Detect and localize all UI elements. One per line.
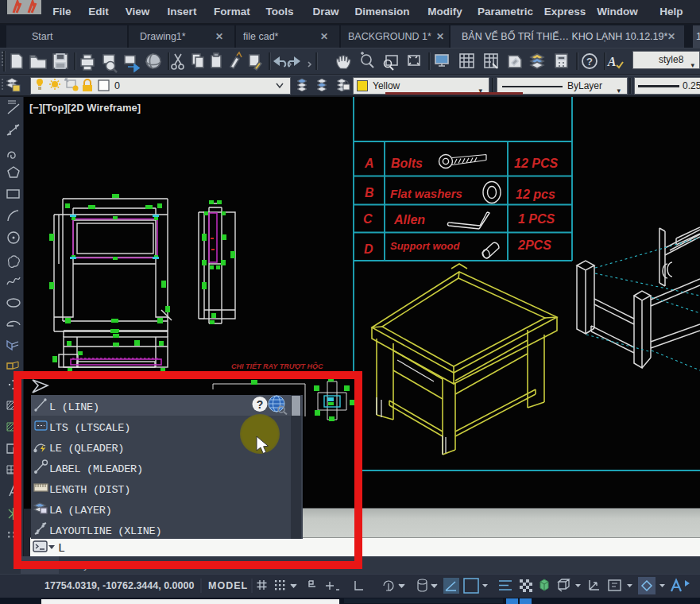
svg-text:MODEL: MODEL (208, 580, 248, 591)
svg-text:A: A (364, 157, 374, 170)
svg-text:17754.0319, -10762.3444, 0.000: 17754.0319, -10762.3444, 0.0000 (44, 580, 194, 591)
svg-text:0: 0 (114, 80, 120, 91)
svg-text:1 PCS: 1 PCS (518, 212, 555, 226)
svg-text:[−][Top][2D Wireframe]: [−][Top][2D Wireframe] (29, 102, 141, 114)
svg-text:2PCS: 2PCS (517, 238, 551, 252)
svg-text:Bolts: Bolts (391, 157, 423, 170)
svg-text:B: B (365, 186, 374, 199)
svg-text:Allen: Allen (393, 213, 425, 226)
svg-text:Flat washers: Flat washers (390, 187, 462, 200)
svg-text:A: A (607, 55, 617, 68)
svg-text:12 PCS: 12 PCS (514, 157, 558, 170)
svg-text:CHI TIẾT RAY TRƯỢT HỘC: CHI TIẾT RAY TRƯỢT HỘC (231, 362, 323, 370)
svg-text:Support wood: Support wood (390, 240, 460, 252)
svg-text:12 pcs: 12 pcs (516, 188, 555, 201)
svg-text:C: C (363, 212, 373, 226)
svg-text:D: D (364, 242, 373, 256)
svg-text:?: ? (586, 56, 593, 68)
